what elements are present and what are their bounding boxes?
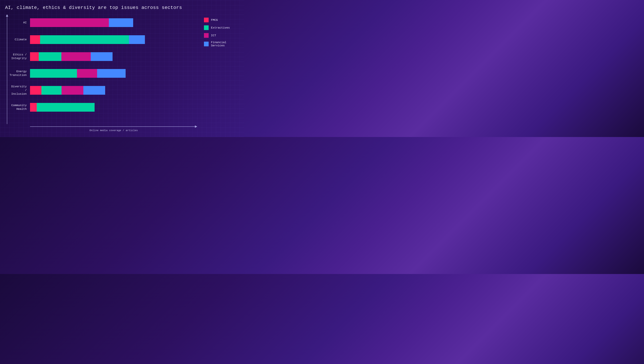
legend-label-fmcg: FMCG (211, 19, 218, 22)
bar-label-0: AI (9, 21, 28, 25)
bar-segment-extract (39, 52, 62, 61)
x-axis (30, 125, 197, 128)
bar-row: Climate (9, 34, 197, 46)
y-axis-arrowhead (6, 14, 8, 17)
x-axis-label: Online media coverage / articles (30, 129, 197, 132)
bar-segments-3 (30, 69, 126, 78)
bar-segment-fmcg (30, 52, 39, 61)
bar-label-1: Climate (9, 38, 28, 42)
legend-item-ict: ICT (204, 33, 238, 38)
bar-label-5: Community Health (9, 104, 28, 111)
bar-row: Community Health (9, 101, 197, 113)
bar-segments-0 (30, 18, 133, 27)
bar-segments-5 (30, 103, 94, 112)
bar-segments-4 (30, 86, 105, 95)
chart-title: AI, climate, ethics & diversity are top … (5, 5, 238, 10)
bar-label-3: Energy Transition (9, 70, 28, 77)
bar-label-4: Diversity / Inclusion (9, 85, 28, 96)
bar-row: Energy Transition (9, 68, 197, 79)
legend-box-ict (204, 33, 209, 38)
bar-segment-extract (30, 69, 77, 78)
chart-main: AIClimateEthics / IntegrityEnergy Transi… (5, 14, 197, 132)
bar-segment-fin (109, 18, 133, 27)
bar-segment-ict (30, 18, 109, 27)
bar-segment-extract (37, 103, 94, 112)
bar-segments-2 (30, 52, 112, 61)
bar-segment-ict (77, 69, 97, 78)
legend-item-fmcg: FMCG (204, 18, 238, 22)
bar-row: Diversity / Inclusion (9, 84, 197, 96)
bar-segment-fmcg (30, 86, 42, 95)
bar-segment-fmcg (30, 103, 37, 112)
bar-label-2: Ethics / Integrity (9, 53, 28, 60)
bar-segments-1 (30, 35, 145, 44)
chart-with-axis: AIClimateEthics / IntegrityEnergy Transi… (5, 14, 197, 124)
legend-box-fin (204, 42, 209, 46)
legend-label-extract: Extractives (211, 26, 230, 29)
bar-segment-fin (129, 35, 145, 44)
y-axis-line (7, 17, 7, 124)
bar-segment-extract (42, 86, 62, 95)
bar-segment-fin (97, 69, 126, 78)
bars-container: AIClimateEthics / IntegrityEnergy Transi… (9, 14, 197, 124)
legend-box-fmcg (204, 18, 209, 22)
bar-row: Ethics / Integrity (9, 51, 197, 62)
y-axis (5, 14, 9, 124)
bar-segment-extract (40, 35, 129, 44)
x-axis-line (30, 126, 195, 127)
chart-area: AIClimateEthics / IntegrityEnergy Transi… (5, 14, 238, 132)
legend: FMCG Extractives ICT Financial Services (200, 14, 238, 132)
legend-item-fin: Financial Services (204, 41, 238, 47)
legend-item-extract: Extractives (204, 25, 238, 30)
legend-box-extract (204, 25, 209, 30)
bar-segment-fmcg (30, 35, 40, 44)
main-container: AI, climate, ethics & diversity are top … (0, 0, 244, 137)
x-axis-arrowhead (195, 125, 197, 128)
legend-label-ict: ICT (211, 34, 216, 37)
bar-row: AI (9, 17, 197, 29)
bar-segment-ict (62, 86, 83, 95)
legend-label-fin: Financial Services (211, 41, 238, 47)
bar-segment-fin (91, 52, 112, 61)
bar-segment-fin (83, 86, 105, 95)
bar-segment-ict (62, 52, 91, 61)
